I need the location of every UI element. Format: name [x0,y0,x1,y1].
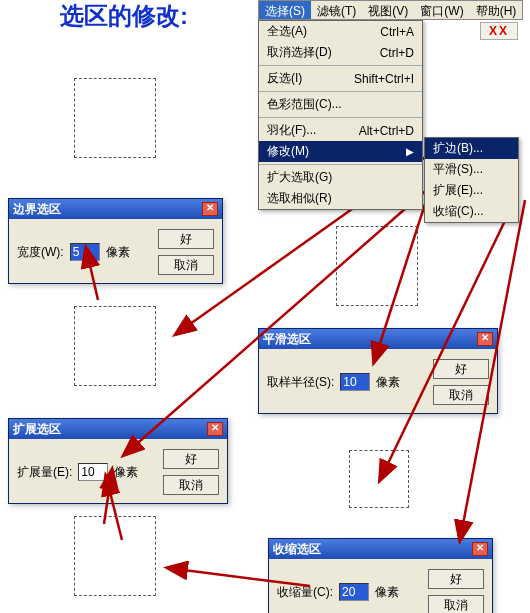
cancel-button[interactable]: 取消 [158,255,214,275]
submenu-border[interactable]: 扩边(B)... [425,138,518,159]
label: 羽化(F)... [267,122,316,139]
ok-button[interactable]: 好 [428,569,484,589]
menu-feather[interactable]: 羽化(F)... Alt+Ctrl+D [259,120,422,141]
radius-label: 取样半径(S): [267,374,334,391]
shortcut: Ctrl+A [380,25,414,39]
menu-similar[interactable]: 选取相似(R) [259,188,422,209]
titlebar[interactable]: 扩展选区 ✕ [9,419,227,439]
submenu-arrow-icon: ▶ [406,146,414,157]
dialog-border: 边界选区 ✕ 宽度(W): 像素 好 取消 [8,198,223,284]
close-icon[interactable]: ✕ [472,542,488,556]
label: 全选(A) [267,23,307,40]
shortcut: Ctrl+D [380,46,414,60]
menu-select-all[interactable]: 全选(A) Ctrl+A [259,21,422,42]
ok-button[interactable]: 好 [158,229,214,249]
label: 修改(M) [267,143,309,160]
title-text: 边界选区 [13,201,202,218]
marquee-2 [74,306,156,386]
submenu-smooth[interactable]: 平滑(S)... [425,159,518,180]
contract-input[interactable] [339,583,369,601]
submenu-contract[interactable]: 收缩(C)... [425,201,518,222]
dialog-contract: 收缩选区 ✕ 收缩量(C): 像素 好 取消 [268,538,493,613]
cancel-button[interactable]: 取消 [428,595,484,613]
marquee-3 [336,226,418,306]
badge-xx: XX [480,22,518,40]
title-text: 扩展选区 [13,421,207,438]
menu-inverse[interactable]: 反选(I) Shift+Ctrl+I [259,68,422,89]
menu-modify[interactable]: 修改(M) ▶ [259,141,422,162]
ok-button[interactable]: 好 [163,449,219,469]
width-label: 宽度(W): [17,244,64,261]
menu-filter[interactable]: 滤镜(T) [311,1,362,19]
label: 扩大选取(G) [267,169,332,186]
titlebar[interactable]: 边界选区 ✕ [9,199,222,219]
shortcut: Alt+Ctrl+D [359,124,414,138]
menu-deselect[interactable]: 取消选择(D) Ctrl+D [259,42,422,63]
menu-view[interactable]: 视图(V) [362,1,414,19]
label: 反选(I) [267,70,302,87]
label: 取消选择(D) [267,44,332,61]
marquee-5 [74,516,156,596]
dialog-smooth: 平滑选区 ✕ 取样半径(S): 像素 好 取消 [258,328,498,414]
titlebar[interactable]: 平滑选区 ✕ [259,329,497,349]
label: 选取相似(R) [267,190,332,207]
unit-label: 像素 [114,464,138,481]
cancel-button[interactable]: 取消 [433,385,489,405]
close-icon[interactable]: ✕ [207,422,223,436]
menu-help[interactable]: 帮助(H) [470,1,523,19]
label: 色彩范围(C)... [267,96,342,113]
unit-label: 像素 [376,374,400,391]
width-input[interactable] [70,243,100,261]
close-icon[interactable]: ✕ [477,332,493,346]
contract-label: 收缩量(C): [277,584,333,601]
menu-window[interactable]: 窗口(W) [414,1,469,19]
shortcut: Shift+Ctrl+I [354,72,414,86]
marquee-4 [349,450,409,508]
dialog-expand: 扩展选区 ✕ 扩展量(E): 像素 好 取消 [8,418,228,504]
title-text: 收缩选区 [273,541,472,558]
titlebar[interactable]: 收缩选区 ✕ [269,539,492,559]
menu-separator [259,117,422,118]
marquee-1 [74,78,156,158]
ok-button[interactable]: 好 [433,359,489,379]
menu-select[interactable]: 选择(S) [259,1,311,19]
menu-color-range[interactable]: 色彩范围(C)... [259,94,422,115]
expand-input[interactable] [78,463,108,481]
modify-submenu: 扩边(B)... 平滑(S)... 扩展(E)... 收缩(C)... [424,137,519,223]
unit-label: 像素 [375,584,399,601]
cancel-button[interactable]: 取消 [163,475,219,495]
menu-grow[interactable]: 扩大选取(G) [259,167,422,188]
select-menu-dropdown: 全选(A) Ctrl+A 取消选择(D) Ctrl+D 反选(I) Shift+… [258,20,423,210]
title-text: 平滑选区 [263,331,477,348]
unit-label: 像素 [106,244,130,261]
close-icon[interactable]: ✕ [202,202,218,216]
submenu-expand[interactable]: 扩展(E)... [425,180,518,201]
expand-label: 扩展量(E): [17,464,72,481]
radius-input[interactable] [340,373,370,391]
menu-separator [259,164,422,165]
page-title: 选区的修改: [60,0,188,32]
menu-bar: 选择(S) 滤镜(T) 视图(V) 窗口(W) 帮助(H) [258,0,523,20]
menu-separator [259,65,422,66]
menu-separator [259,91,422,92]
